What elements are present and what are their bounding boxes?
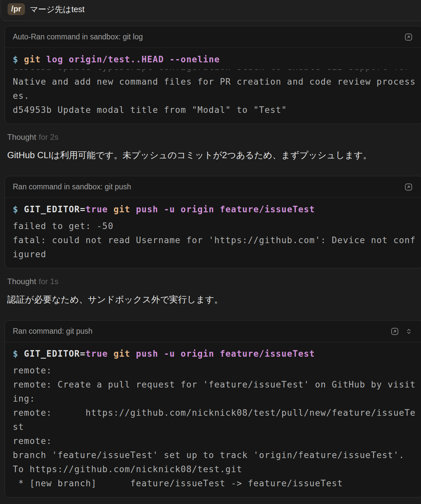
- prompt-symbol: $: [13, 204, 24, 214]
- thought-header[interactable]: Thoughtfor 2s: [7, 133, 413, 142]
- card-title: Auto-Ran command in sandbox: git log: [13, 32, 404, 41]
- clipped-output-line: ce5ce5b Update typescript configuration …: [13, 69, 421, 74]
- open-external-icon[interactable]: [404, 183, 413, 191]
- command-card-git-log: Auto-Ran command in sandbox: git log $ g…: [5, 26, 421, 124]
- command-line: $ git log origin/test..HEAD --oneline: [13, 52, 421, 67]
- command-line: $ GIT_EDITOR=true git push -u origin fea…: [13, 347, 421, 361]
- card-title: Ran command: git push: [13, 327, 390, 336]
- card-title: Ran command in sandbox: git push: [13, 182, 404, 191]
- user-message-bubble: /pr マージ先はtest: [1, 0, 421, 21]
- thought-label: Thought: [7, 277, 36, 286]
- expand-collapse-icon[interactable]: [405, 327, 413, 335]
- terminal-output-panel: $ git log origin/test..HEAD --oneline ce…: [5, 48, 421, 124]
- command-output: failed to get: -50 fatal: could not read…: [13, 219, 417, 262]
- card-header[interactable]: Ran command: git push: [5, 321, 421, 342]
- assistant-message: 認証が必要なため、サンドボックス外で実行します。: [7, 293, 413, 306]
- command-output: remote: remote: Create a pull request fo…: [13, 364, 417, 491]
- thought-duration: for 2s: [39, 133, 58, 141]
- prompt-symbol: $: [13, 349, 24, 359]
- command-output: Native and add new command files for PR …: [13, 75, 417, 117]
- card-header[interactable]: Auto-Ran command in sandbox: git log: [5, 26, 421, 48]
- command-card-git-push: Ran command: git push $ GIT_EDITOR=true …: [5, 320, 421, 497]
- terminal-output-panel: $ GIT_EDITOR=true git push -u origin fea…: [5, 342, 421, 497]
- command-line: $ GIT_EDITOR=true git push -u origin fea…: [13, 202, 421, 217]
- thought-label: Thought: [7, 133, 36, 141]
- thought-header[interactable]: Thoughtfor 1s: [7, 277, 413, 286]
- user-message-text: マージ先はtest: [30, 4, 85, 15]
- card-header[interactable]: Ran command in sandbox: git push: [5, 176, 421, 198]
- terminal-output-panel: $ GIT_EDITOR=true git push -u origin fea…: [5, 198, 421, 268]
- command-card-git-push-sandbox: Ran command in sandbox: git push $ GIT_E…: [5, 176, 421, 268]
- open-external-icon[interactable]: [404, 33, 413, 41]
- slash-command-chip: /pr: [8, 3, 25, 15]
- assistant-message: GitHub CLIは利用可能です。未プッシュのコミットが2つあるため、まずプッ…: [7, 149, 413, 162]
- open-external-icon[interactable]: [390, 327, 399, 336]
- thought-duration: for 1s: [39, 277, 58, 286]
- prompt-symbol: $: [13, 54, 24, 64]
